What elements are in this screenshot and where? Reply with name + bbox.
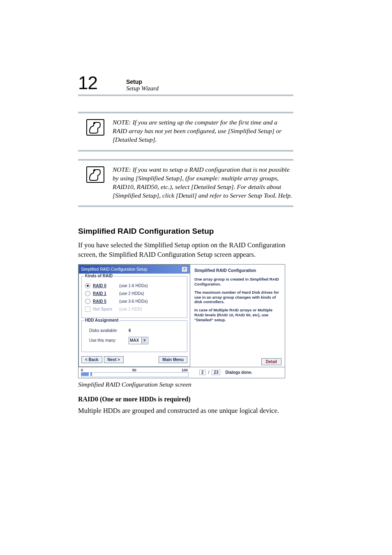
hotspare-label: Hot Spare xyxy=(93,307,119,311)
raid0-hint: (use 1-6 HDDs) xyxy=(119,283,148,288)
progress-fill xyxy=(81,373,92,376)
use-this-many-row: Use this many: MAX ▼ xyxy=(89,337,184,344)
raid1-label: RAID 1 xyxy=(93,291,119,296)
raid0-body: Multiple HDDs are grouped and constructe… xyxy=(78,406,293,415)
header-title: Setup xyxy=(126,78,159,85)
note-text-1: NOTE: If you are setting up the computer… xyxy=(113,118,293,144)
note-text-2: NOTE: If you want to setup a RAID config… xyxy=(113,166,293,200)
kinds-of-raid-group: Kinds of RAID RAID 0 (use 1-6 HDDs) RAID… xyxy=(81,276,187,318)
progress-status: Dialogs done. xyxy=(225,370,252,375)
figure-caption: Simplified RAID Configuration Setup scre… xyxy=(78,381,293,388)
hdd-assignment-group: HDD Assignment Disks available: 6 Use th… xyxy=(81,320,187,352)
dialog-title: Simplified RAID Configuration Setup xyxy=(81,267,147,272)
dialog-screenshot: Simplified RAID Configuration Setup × Ki… xyxy=(78,264,285,378)
note-icon xyxy=(78,118,113,144)
use-this-many-select[interactable]: MAX ▼ xyxy=(129,337,148,344)
progress-mid: 50 xyxy=(132,368,136,372)
use-this-many-label: Use this many: xyxy=(89,338,129,343)
progress-max: 100 xyxy=(182,368,188,372)
hotspare-option: Hot Spare (use 1 HDD) xyxy=(85,306,184,312)
raid5-option[interactable]: RAID 5 (use 3-6 HDDs) xyxy=(85,299,184,304)
header-subtitle: Setup Wizard xyxy=(126,85,159,92)
dialog-footer: 0 50 100 2 / 23 Dialogs done. xyxy=(78,367,285,378)
disks-available-label: Disks available: xyxy=(89,328,129,333)
progress-current: 2 xyxy=(199,370,206,375)
hotspare-hint: (use 1 HDD) xyxy=(119,307,142,311)
radio-icon[interactable] xyxy=(85,283,90,288)
progress-min: 0 xyxy=(81,368,83,372)
disks-available-value: 6 xyxy=(129,328,131,333)
raid0-label: RAID 0 xyxy=(93,283,119,288)
dialog-button-row: < Back Next > Main Menu xyxy=(79,355,190,366)
raid5-label: RAID 5 xyxy=(93,299,119,304)
dialog-window: Simplified RAID Configuration Setup × Ki… xyxy=(78,265,190,367)
header-text: Setup Setup Wizard xyxy=(126,78,159,92)
disks-available-row: Disks available: 6 xyxy=(89,328,184,333)
page-header: 12 Setup Setup Wizard xyxy=(78,74,293,96)
raid0-subheading: RAID0 (One or more HDDs is required) xyxy=(78,396,293,403)
help-p2: The maximum number of Hard Disk drives f… xyxy=(194,290,281,305)
note-icon xyxy=(78,166,113,200)
dialog-help-panel: Simplified RAID Configuration One array … xyxy=(190,265,285,367)
checkbox-icon xyxy=(85,306,90,312)
kinds-of-raid-legend: Kinds of RAID xyxy=(84,274,113,278)
close-icon[interactable]: × xyxy=(181,266,188,272)
hdd-assignment-legend: HDD Assignment xyxy=(84,318,119,322)
help-title: Simplified RAID Configuration xyxy=(194,268,281,273)
progress-total: 23 xyxy=(212,370,220,375)
raid0-option[interactable]: RAID 0 (use 1-6 HDDs) xyxy=(85,283,184,288)
help-p1: One array group is created in Simplified… xyxy=(194,277,281,287)
note-block-2: NOTE: If you want to setup a RAID config… xyxy=(78,159,293,207)
use-this-many-value: MAX xyxy=(130,338,139,343)
page-number: 12 xyxy=(78,74,97,92)
note-block-1: NOTE: If you are setting up the computer… xyxy=(78,112,293,152)
svg-point-3 xyxy=(94,170,95,171)
detail-button[interactable]: Detail xyxy=(261,358,281,365)
section-heading: Simplified RAID Configuration Setup xyxy=(78,227,293,236)
raid1-option[interactable]: RAID 1 (use 2 HDDs) xyxy=(85,291,184,296)
next-button[interactable]: Next > xyxy=(104,356,124,363)
progress-bar: 0 50 100 xyxy=(81,369,188,376)
help-p3: In case of Multiple RAID arrays or Multi… xyxy=(194,308,281,322)
dialog-titlebar: Simplified RAID Configuration Setup × xyxy=(79,265,190,274)
radio-icon[interactable] xyxy=(85,299,90,304)
section-intro: If you have selected the Simplified Setu… xyxy=(78,241,293,259)
progress-slash: / xyxy=(208,370,210,375)
radio-icon[interactable] xyxy=(85,291,90,296)
raid5-hint: (use 3-6 HDDs) xyxy=(119,299,148,304)
back-button[interactable]: < Back xyxy=(81,356,102,363)
chevron-down-icon[interactable]: ▼ xyxy=(141,338,147,343)
main-menu-button[interactable]: Main Menu xyxy=(159,356,187,363)
svg-point-1 xyxy=(94,122,95,124)
raid1-hint: (use 2 HDDs) xyxy=(119,291,144,296)
